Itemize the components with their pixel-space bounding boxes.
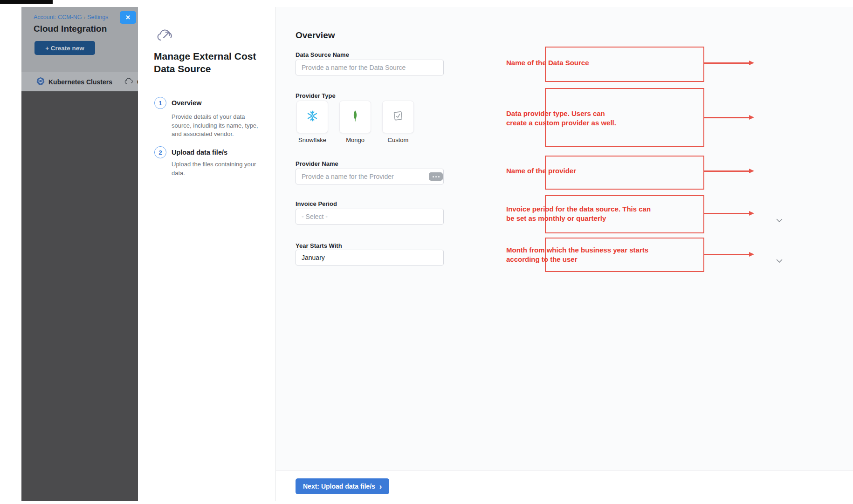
step-1-indicator: 1 (154, 97, 166, 109)
step-2-title[interactable]: Upload data file/s (172, 149, 227, 156)
provider-name-label: Provider Name (296, 160, 338, 167)
year-starts-with-value: January (302, 254, 325, 261)
next-button-label: Next: Upload data file/s (303, 483, 375, 490)
step-1-description: Provide details of your data source, inc… (172, 113, 270, 139)
kubernetes-icon (36, 77, 45, 87)
provider-card-snowflake[interactable] (296, 101, 328, 133)
breadcrumb-separator-icon: › (84, 14, 86, 20)
data-source-name-label: Data Source Name (296, 51, 349, 58)
chevron-right-icon: › (379, 483, 382, 490)
provider-card-label: Mongo (346, 136, 365, 143)
screenshot-canvas: Account: CCM-NG›Settings Cloud Integrati… (0, 0, 853, 504)
chevron-down-icon[interactable] (776, 216, 783, 220)
close-icon: ✕ (125, 14, 131, 21)
dialog-footer: Next: Upload data file/s › (276, 470, 853, 501)
breadcrumb: Account: CCM-NG›Settings (34, 14, 108, 20)
provider-card-label: Snowflake (298, 136, 326, 143)
invoice-period-select[interactable]: - Select - (296, 209, 444, 225)
app-window: Account: CCM-NG›Settings Cloud Integrati… (21, 7, 853, 501)
provider-card-custom[interactable] (382, 101, 414, 133)
tab-cloud-clipped[interactable]: C (124, 78, 138, 86)
step-2-description: Upload the files containing your data. (172, 160, 270, 177)
browser-artifact-strip (0, 0, 53, 4)
chevron-down-icon[interactable] (776, 257, 783, 261)
close-button[interactable]: ✕ (120, 11, 136, 24)
step-1-title[interactable]: Overview (172, 99, 202, 107)
year-starts-with-select[interactable]: January (296, 250, 444, 266)
step-2-indicator: 2 (154, 146, 166, 158)
more-options-icon[interactable] (429, 172, 443, 181)
tab-label: Kubernetes Clusters (48, 78, 112, 86)
background-page: Account: CCM-NG›Settings Cloud Integrati… (21, 7, 138, 501)
cloud-export-icon (155, 27, 173, 46)
snowflake-icon (306, 110, 318, 124)
invoice-period-value: - Select - (302, 213, 328, 220)
invoice-period-label: Invoice Period (296, 200, 337, 207)
breadcrumb-settings-link[interactable]: Settings (87, 14, 108, 20)
provider-card-label: Custom (388, 136, 409, 143)
dialog-title: Manage External Cost Data Source (154, 50, 266, 75)
form-section-heading: Overview (296, 30, 335, 41)
breadcrumb-account-link[interactable]: Account: CCM-NG (34, 14, 82, 20)
next-upload-button[interactable]: Next: Upload data file/s › (296, 478, 389, 494)
page-tab-bar: Kubernetes Clusters C (21, 72, 138, 91)
provider-type-cards: Snowflake Mongo (296, 101, 414, 143)
create-new-button[interactable]: + Create new (34, 41, 95, 55)
dialog-form-panel: Overview Data Source Name Provider Type (276, 7, 853, 501)
mongo-leaf-icon (352, 110, 358, 124)
provider-type-label: Provider Type (296, 92, 336, 99)
page-title: Cloud Integration (34, 24, 107, 34)
year-starts-with-label: Year Starts With (296, 242, 342, 249)
provider-name-input[interactable] (296, 169, 444, 184)
cloud-icon (124, 78, 133, 86)
tab-kubernetes-clusters[interactable]: Kubernetes Clusters (36, 77, 112, 87)
provider-card-mongo[interactable] (339, 101, 371, 133)
custom-badge-icon (392, 110, 404, 124)
dialog-steps-panel: Manage External Cost Data Source 1 Overv… (138, 7, 276, 501)
data-source-name-input[interactable] (296, 60, 444, 75)
